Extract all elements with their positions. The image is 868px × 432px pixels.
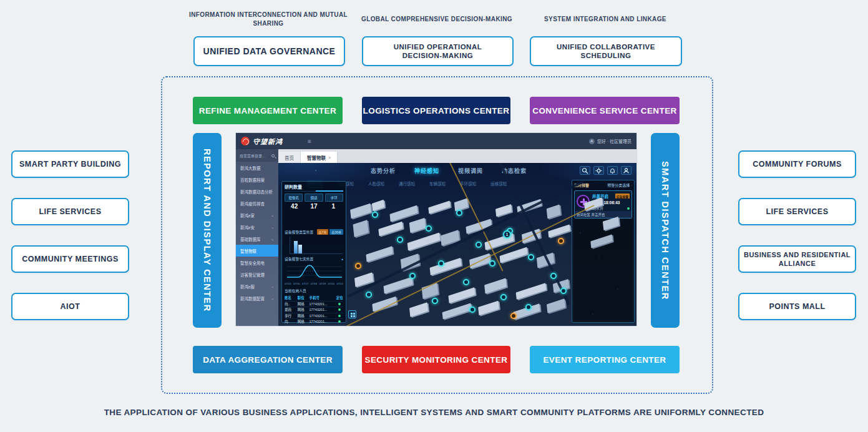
map-device-marker-icon	[438, 260, 444, 267]
stat-value: 17	[304, 203, 323, 210]
stat-values: 42 17 1	[285, 203, 343, 210]
subnav-item: 车辆感知	[429, 180, 446, 188]
map-device-marker-icon	[528, 254, 534, 260]
stats-panel: 研判数量 摄像机 烟感 手环 42 17 1 设备报警类型处置 近7天 近30天	[281, 181, 346, 323]
user-greeting: A 您好 · 社区管理员	[589, 133, 631, 149]
map-building	[547, 204, 561, 218]
alarm-type-bar-chart	[290, 237, 343, 254]
map-device-marker-icon	[456, 210, 462, 216]
subnav-item: 人脸感知	[368, 180, 384, 188]
map-building	[478, 301, 499, 316]
box-unified-data-governance: UNIFIED DATA GOVERNANCE	[193, 36, 345, 66]
map-building	[409, 218, 426, 233]
alarm-seven-day-line-chart	[285, 263, 343, 279]
user-icon	[621, 166, 631, 175]
map-building	[484, 278, 507, 293]
sidebar-item-selected: 智慧物联	[236, 245, 278, 257]
box-unified-operational-decision-making: UNIFIED OPERATIONAL DECISION-MAKING	[362, 36, 514, 66]
nav-item-active: 神经感知	[414, 167, 439, 175]
dashboard-toolbar-icons	[580, 166, 631, 175]
map-device-marker-icon	[560, 288, 567, 294]
alert-card: 井盖开启 应急报警 06-17 18:06:43 雨水井 新鸿社区 井盖开启	[574, 190, 632, 218]
sidebar-item: 新鸿e安⌄	[236, 221, 278, 233]
refine-management-center-badge: REFINE MANAGEMENT CENTER	[193, 97, 343, 124]
map-building	[409, 302, 428, 317]
report-and-display-center-bar: REPORT AND DISPLAY CENTER	[193, 133, 222, 328]
footer-caption: THE APPLICATION OF VARIOUS BUSINESS APPL…	[0, 408, 868, 417]
location-pin-icon	[338, 315, 341, 317]
convenience-service-center-badge: CONVENIENCE SERVICE CENTER	[530, 97, 680, 124]
user-greeting-text: 您好 · 社区管理员	[597, 138, 631, 144]
map-alert-marker-icon	[355, 263, 361, 269]
module-label: COMMUNITY MEETINGS	[22, 255, 119, 263]
caption-system-integration: SYSTEM INTEGRATION AND LINKAGE	[524, 15, 686, 24]
sidebar-search: 搜索菜单目录...	[236, 149, 278, 162]
map-alert-marker-icon	[558, 238, 564, 244]
alert-panel: 实时预警 预警分类选择 · 井盖开启 应急报警 06-17 18:06:43 雨…	[572, 180, 635, 323]
map-device-marker-icon	[550, 273, 557, 279]
alert-filter: 预警分类选择 ·	[607, 182, 632, 188]
map-device-marker-icon	[409, 273, 416, 279]
box-unified-collaborative-scheduling: UNIFIED COLLABORATIVE SCHEDULING	[530, 36, 682, 66]
map-building	[448, 287, 475, 303]
gear-icon	[593, 166, 604, 175]
box-label: UNIFIED DATA GOVERNANCE	[203, 46, 336, 56]
range-30d-button: 近30天	[329, 229, 343, 235]
security-monitoring-center-badge: SECURITY MONITORING CENTER	[362, 346, 510, 373]
stat-tab: 手环	[325, 194, 343, 202]
map-building	[378, 222, 402, 237]
nav-item: 态势分析	[371, 167, 396, 175]
stat-tabs: 摄像机 烟感 手环	[285, 194, 343, 202]
module-label: AIOT	[61, 302, 80, 311]
map-device-marker-icon	[397, 237, 403, 243]
sidebar-item: 百姓数据档案	[236, 174, 278, 185]
location-pin-icon	[338, 308, 341, 311]
dashboard-sidebar: 搜索菜单目录... 新鸿大数据 百姓数据档案 新鸿数据动态分析 新鸿疫情排查 新…	[236, 149, 278, 326]
map-building	[389, 205, 417, 222]
event-reporting-center-badge: EVENT REPORTING CENTER	[530, 346, 680, 373]
caption-information-interconnection: INFORMATION INTERCONNECTION AND MUTUAL S…	[187, 11, 349, 28]
stat-tab: 烟感	[305, 194, 323, 202]
map-device-marker-icon	[469, 307, 475, 313]
module-label: LIFE SERVICES	[766, 207, 828, 216]
table-header-row: 姓名职位手机号定位	[285, 295, 343, 302]
logistics-operations-center-badge: LOGISTICS OPERATIONS CENTER	[362, 97, 510, 124]
sidebar-item: 新鸿数据配置⌄	[236, 292, 278, 304]
module-smart-party-building: SMART PARTY BUILDING	[11, 150, 129, 178]
sidebar-item: 访客登记管理	[236, 268, 278, 280]
map-device-marker-icon: 1	[503, 230, 511, 238]
location-pin-icon	[338, 320, 341, 323]
map-building	[516, 283, 547, 300]
alert-location: 新鸿社区 井盖开启	[575, 211, 631, 218]
map-building	[495, 204, 512, 217]
map-building	[428, 200, 450, 214]
smart-dispatch-center-bar: SMART DISPATCH CENTER	[651, 133, 680, 328]
on-duty-table: 姓名职位手机号定位 向..网格17743201... 郑画网格17743201.…	[285, 295, 343, 326]
menu-toggle-icon: ≡	[308, 138, 311, 145]
map-device-marker-icon	[475, 242, 482, 248]
dashboard-map: 态势分析 神经感知 视频调阅 动态检索 预警感知 消防感知 人脸感知 通行感知 …	[278, 163, 636, 326]
map-building	[372, 200, 384, 211]
module-label: SMART PARTY BUILDING	[19, 160, 121, 169]
module-label: COMMUNITY FORUMS	[753, 160, 842, 169]
tab-close-icon: ×	[328, 155, 331, 160]
tab-home: 首页	[278, 152, 301, 163]
stat-tab: 摄像机	[285, 194, 303, 202]
table-row: 郑画网格17743201...	[285, 307, 343, 313]
map-building	[454, 198, 468, 211]
search-icon	[580, 166, 590, 175]
dashboard-logo-text: 守望新鸿	[253, 136, 283, 146]
map-device-marker-icon	[366, 292, 372, 298]
bar-section-title: 设备报警类型处置	[285, 229, 313, 235]
caption-global-decision-making: GLOBAL COMPREHENSIVE DECISION-MAKING	[349, 15, 524, 24]
location-pin-icon	[627, 207, 630, 210]
stats-panel-title: 研判数量	[285, 184, 343, 192]
map-building	[384, 277, 413, 293]
on-duty-title: 当前在岗人员	[285, 288, 343, 293]
module-business-residential-alliance: BUSINESS AND RESIDENTIAL ALLIANCE	[738, 245, 856, 273]
dashboard-tabbar: 首页 智慧物联×	[278, 149, 636, 163]
module-life-services-right: LIFE SERVICES	[738, 198, 856, 225]
alert-badge: 应急报警	[615, 194, 630, 199]
module-community-meetings: COMMUNITY MEETINGS	[11, 245, 129, 273]
dashboard-screenshot: 守望新鸿 ≡ A 您好 · 社区管理员 搜索菜单目录... 新鸿大数据 百姓数据…	[236, 133, 636, 326]
